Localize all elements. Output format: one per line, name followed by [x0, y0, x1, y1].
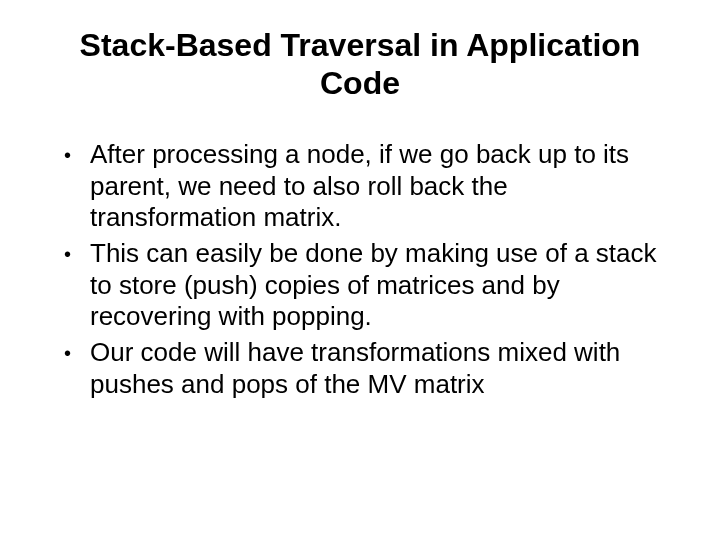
list-item: This can easily be done by making use of… — [64, 238, 674, 333]
bullet-list: After processing a node, if we go back u… — [36, 139, 684, 401]
list-item: After processing a node, if we go back u… — [64, 139, 674, 234]
slide-title: Stack-Based Traversal in Application Cod… — [36, 26, 684, 103]
list-item: Our code will have transformations mixed… — [64, 337, 674, 400]
slide: Stack-Based Traversal in Application Cod… — [0, 0, 720, 540]
